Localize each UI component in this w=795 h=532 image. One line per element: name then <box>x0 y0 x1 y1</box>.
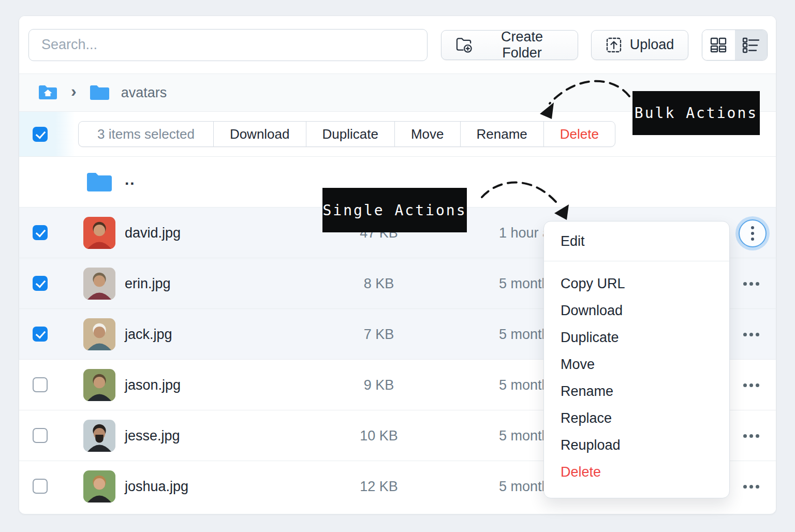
file-name: jesse.jpg <box>125 410 180 461</box>
file-size: 9 KB <box>340 360 418 410</box>
list-view-button[interactable] <box>735 30 767 60</box>
chevron-right-icon: › <box>71 82 77 101</box>
bulk-delete-button[interactable]: Delete <box>544 122 615 146</box>
bulk-duplicate-button[interactable]: Duplicate <box>306 122 395 146</box>
row-actions-open-button[interactable] <box>739 219 767 247</box>
bulk-actions-group: 3 items selected Download Duplicate Move… <box>78 121 615 147</box>
home-folder-icon[interactable] <box>38 84 58 101</box>
file-thumbnail <box>83 217 115 249</box>
file-thumbnail <box>83 318 115 350</box>
toolbar: Create Folder Upload <box>19 16 776 74</box>
menu-item-download[interactable]: Download <box>544 297 729 324</box>
file-manager-page: Create Folder Upload <box>0 0 795 532</box>
file-size: 7 KB <box>340 309 418 360</box>
list-view-icon <box>741 36 761 54</box>
row-actions-button[interactable] <box>743 360 759 410</box>
breadcrumb-current-folder[interactable]: avatars <box>121 85 167 101</box>
context-menu: Edit Copy URL Download Duplicate Move Re… <box>543 221 730 498</box>
bulk-move-button[interactable]: Move <box>395 122 461 146</box>
row-actions-button[interactable] <box>743 309 759 360</box>
menu-item-move[interactable]: Move <box>544 351 729 378</box>
bulk-download-button[interactable]: Download <box>214 122 306 146</box>
file-thumbnail <box>83 470 115 503</box>
file-name: jason.jpg <box>125 360 181 410</box>
selected-count-label: 3 items selected <box>79 122 214 146</box>
view-toggle <box>702 29 768 61</box>
file-thumbnail <box>83 420 115 452</box>
file-name: joshua.jpg <box>125 461 188 512</box>
file-name: jack.jpg <box>125 309 172 360</box>
folder-icon <box>85 171 113 193</box>
file-name: erin.jpg <box>125 258 171 309</box>
create-folder-icon <box>455 37 473 53</box>
bulk-actions-annotation: Bulk Actions <box>632 91 760 135</box>
menu-item-rename[interactable]: Rename <box>544 378 729 405</box>
bulk-rename-button[interactable]: Rename <box>461 122 544 146</box>
row-checkbox[interactable] <box>33 276 48 291</box>
search-input[interactable] <box>28 29 428 61</box>
row-checkbox[interactable] <box>33 377 48 392</box>
select-all-cell <box>19 112 75 156</box>
upload-label: Upload <box>630 37 674 53</box>
menu-item-replace[interactable]: Replace <box>544 405 729 432</box>
select-all-checkbox[interactable] <box>33 127 48 142</box>
row-actions-button[interactable] <box>743 258 759 309</box>
row-actions-button[interactable] <box>743 410 759 461</box>
upload-icon <box>606 37 622 53</box>
create-folder-label: Create Folder <box>480 29 564 61</box>
parent-folder-name: .. <box>125 157 136 202</box>
menu-list: Copy URL Download Duplicate Move Rename … <box>544 261 729 485</box>
grid-view-icon <box>709 36 728 54</box>
file-size: 12 KB <box>340 461 418 512</box>
folder-icon[interactable] <box>89 84 111 101</box>
row-actions-button[interactable] <box>743 461 759 512</box>
menu-item-copy-url[interactable]: Copy URL <box>544 270 729 297</box>
row-checkbox[interactable] <box>33 479 48 494</box>
menu-item-reupload[interactable]: Reupload <box>544 432 729 459</box>
upload-button[interactable]: Upload <box>591 30 689 60</box>
row-checkbox[interactable] <box>33 327 48 342</box>
file-thumbnail <box>83 369 115 401</box>
row-checkbox[interactable] <box>33 428 48 443</box>
create-folder-button[interactable]: Create Folder <box>441 30 578 60</box>
menu-item-delete[interactable]: Delete <box>544 459 729 485</box>
single-actions-annotation: Single Actions <box>322 188 467 232</box>
row-checkbox[interactable] <box>33 225 48 240</box>
file-thumbnail <box>83 268 115 300</box>
file-name: david.jpg <box>125 208 181 258</box>
menu-item-edit[interactable]: Edit <box>544 221 729 261</box>
file-size: 8 KB <box>340 258 418 309</box>
file-size: 10 KB <box>340 410 418 461</box>
menu-item-duplicate[interactable]: Duplicate <box>544 324 729 351</box>
grid-view-button[interactable] <box>702 30 734 60</box>
